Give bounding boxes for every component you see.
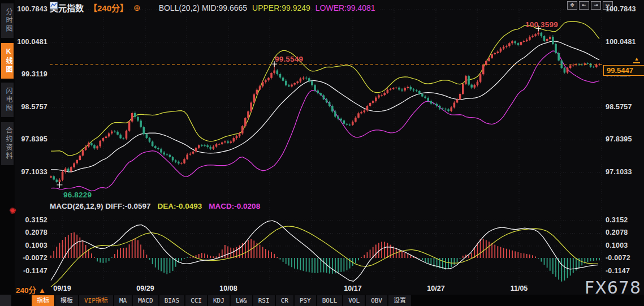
toolbar-button-11[interactable]: PSY [295, 295, 316, 306]
macd-tick-label-right: 0.3152 [606, 216, 628, 224]
price-tick-label-right: 100.0481 [606, 38, 636, 46]
macd-diff-readout: MACD(26,12,9) DIFF:-0.0597 [50, 202, 151, 210]
toolbar-button-10[interactable]: CR [276, 295, 293, 306]
macd-tick-label-left: 0.2078 [1, 229, 47, 236]
sidebar-item-lightning[interactable]: 闪电图 [1, 83, 14, 117]
corner-block [0, 295, 11, 306]
toolbar-button-0[interactable]: 指标 [32, 295, 54, 306]
macd-tick-label-right: -0.1147 [606, 267, 630, 275]
toolbar-button-7[interactable]: KDJ [208, 295, 230, 306]
toolbar-button-13[interactable]: VOL [343, 295, 365, 306]
indicator-chart-icon[interactable] [146, 4, 154, 11]
x-axis-label: 10/27 [418, 285, 454, 292]
price-tick-label-right: 97.1033 [606, 168, 632, 176]
alarm-icon[interactable]: ✺ [9, 206, 16, 216]
toolbar-button-5[interactable]: BIAS [159, 295, 185, 306]
toolbar-button-4[interactable]: MACD [133, 295, 158, 306]
price-tick-label-left: 100.7843 [1, 5, 47, 13]
sidebar-item-contract-info[interactable]: 合约资料 [1, 122, 14, 165]
x-axis-label: 10/08 [210, 285, 247, 292]
trading-terminal: 分时图 K线图 闪电图 合约资料 ✺ 美元指数 【240分】 ⊕ BOLL(20… [0, 0, 644, 306]
x-axis-label: 11/05 [501, 285, 537, 292]
toolbar-button-3[interactable]: MA [114, 295, 132, 306]
price-tick-label-left: 97.1033 [1, 168, 47, 176]
macd-tick-label-left: -0.0072 [1, 254, 47, 262]
pan-tool-icon[interactable]: ✥ [567, 1, 577, 10]
toolbar-button-12[interactable]: BOLL [317, 295, 343, 306]
x-axis-label: 09/19 [44, 285, 80, 292]
macd-tick-label-right: 0.1003 [606, 242, 628, 249]
latest-price-anchor-icon[interactable]: ▲ [633, 56, 640, 63]
toolbar-button-9[interactable]: RSI [253, 295, 275, 306]
indicator-toolbar: 指标模板VIP指标MAMACDBIASCCIKDJLW&RSICRPSYBOLL… [32, 295, 411, 306]
x-axis-label: 09/29 [127, 285, 163, 292]
macd-tick-label-right: 0.2078 [606, 229, 628, 236]
macd-dea-readout: DEA:-0.0493 [158, 202, 202, 210]
footer-interval-selector[interactable]: 240分 ▲ [16, 284, 46, 295]
macd-tick-label-left: -0.1147 [1, 267, 47, 275]
last-price-badge: 99.5447 [603, 65, 644, 76]
macd-header: MACD(26,12,9) DIFF:-0.0597 DEA:-0.0493 M… [50, 202, 260, 210]
high-price-annotation: 99.5549 [275, 55, 303, 63]
low-price-annotation: 96.8229 [63, 191, 92, 199]
price-tick-label-left: 100.0481 [1, 38, 47, 46]
macd-tick-label-left: 0.3152 [1, 216, 47, 224]
axis-compress-right-icon[interactable]: ⇥ [591, 1, 601, 10]
price-tick-label-left: 99.3119 [1, 70, 47, 78]
toolbar-button-8[interactable]: LW& [231, 295, 252, 306]
interval-label[interactable]: 【240分】 [89, 2, 128, 14]
boll-mid-readout: BOLL(20,2) MID:99.6665 [159, 3, 247, 12]
price-tick-label-right: 98.5757 [606, 103, 632, 111]
circle-plus-icon[interactable]: ⊕ [133, 4, 141, 12]
boll-upper-readout: UPPER:99.9249 [252, 3, 310, 12]
toolbar-button-1[interactable]: 模板 [55, 295, 78, 306]
price-tick-label-right: 97.8395 [606, 135, 632, 143]
up-triangle-icon: ▲ [38, 286, 46, 295]
toolbar-button-15[interactable]: 设置 [388, 295, 411, 306]
x-axis-label: 10/17 [335, 285, 371, 292]
price-tick-label-right: 100.7843 [606, 5, 636, 13]
boll-lower-readout: LOWER:99.4081 [315, 3, 375, 12]
toolbar-button-2[interactable]: VIP指标 [79, 295, 113, 306]
price-tick-label-left: 98.5757 [1, 103, 47, 111]
chart-header: 美元指数 【240分】 ⊕ BOLL(20,2) MID:99.6665 UPP… [50, 2, 375, 14]
toolbar-button-14[interactable]: OBV [366, 295, 387, 306]
watermark: FX678 [585, 278, 641, 298]
price-chart-canvas[interactable] [0, 0, 644, 306]
toolbar-button-6[interactable]: CCI [185, 295, 207, 306]
axis-compress-left-icon[interactable]: ⇤ [579, 1, 589, 10]
high-price-annotation: 100.3599 [525, 20, 558, 29]
macd-tick-label-right: -0.0072 [606, 254, 630, 262]
macd-value-readout: MACD:-0.0208 [209, 202, 260, 210]
macd-tick-label-left: 0.1003 [1, 242, 47, 249]
price-tick-label-left: 97.8395 [1, 135, 47, 143]
